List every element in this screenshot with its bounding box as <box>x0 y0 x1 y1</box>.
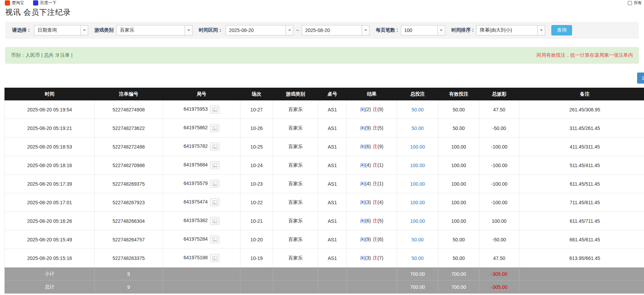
cell-round: 641975188 <box>163 249 240 267</box>
empty-cell <box>240 267 273 281</box>
all-bookmarks-button[interactable]: 所有 <box>628 0 642 6</box>
table-row: 2025-08-20 05:17:01 522748267923 6419754… <box>5 193 644 212</box>
round-result-image-button[interactable] <box>210 254 219 262</box>
bets-table: 时间注单编号局号场次游戏类别桌号结果总投注有效投注总派彩备注 2025-08-2… <box>4 88 644 294</box>
cell-valid-bet: 100.00 <box>438 175 479 193</box>
player-result-value: (2) <box>365 107 371 112</box>
player-result-label: 闲 <box>360 255 365 261</box>
player-result-value: (6) <box>365 218 371 223</box>
cell-game-type: 百家乐 <box>273 100 318 119</box>
cell-remark: 261.45/308.95 <box>519 100 644 119</box>
round-result-image-button[interactable] <box>210 180 219 188</box>
cell-total-bet: 100.00 <box>397 175 438 193</box>
empty-cell <box>318 267 347 281</box>
cell-remark: 613.95/661.45 <box>519 249 644 267</box>
page-size-select[interactable]: 100 <box>401 25 445 35</box>
cell-round: 641975382 <box>163 212 240 230</box>
cell-table-no: AS1 <box>318 156 347 175</box>
chevron-down-icon[interactable] <box>537 25 545 35</box>
sort-label: 时间排序 : <box>451 27 474 33</box>
total-bet-link[interactable]: 100.00 <box>410 181 425 187</box>
player-result-label: 闲 <box>360 237 365 242</box>
game-type-select[interactable]: 百家乐 <box>116 25 193 35</box>
total-bet-link[interactable]: 50.00 <box>412 125 424 131</box>
banker-result-value: (9) <box>377 107 383 112</box>
round-result-image-button[interactable] <box>210 161 219 169</box>
column-header: 局号 <box>163 88 240 100</box>
total-bet-link[interactable]: 50.00 <box>412 237 424 242</box>
cell-payout: -50.00 <box>479 119 519 138</box>
date-from-input[interactable]: 2025-08-20 <box>226 25 293 35</box>
game-type-value: 百家乐 <box>117 25 185 35</box>
subtotal-payout: -305.00 <box>479 267 519 281</box>
round-result-image-button[interactable] <box>210 124 219 132</box>
cell-session: 10-26 <box>240 119 273 138</box>
banker-result-value: (9) <box>377 144 383 149</box>
cell-table-no: AS1 <box>318 119 347 138</box>
cell-total-bet: 50.00 <box>397 230 438 249</box>
cell-game-type: 百家乐 <box>273 193 318 212</box>
image-icon <box>212 200 217 205</box>
cell-time: 2025-08-20 05:19:21 <box>5 119 95 138</box>
cell-valid-bet: 100.00 <box>438 193 479 212</box>
table-row: 2025-08-20 05:15:16 522748263375 6419751… <box>5 249 644 267</box>
banker-result-value: (5) <box>377 125 383 131</box>
cell-round: 641975474 <box>163 193 240 212</box>
total-bet-link[interactable]: 50.00 <box>412 255 424 261</box>
total-bet-link[interactable]: 100.00 <box>410 163 425 168</box>
cell-bet-id: 522748264757 <box>95 230 163 249</box>
cell-total-bet: 50.00 <box>397 100 438 119</box>
cell-result: 闲(6)庄(5) <box>347 212 397 230</box>
round-result-image-button[interactable] <box>210 143 219 151</box>
chevron-down-icon[interactable] <box>362 25 369 35</box>
search-button[interactable]: 查询 <box>551 25 572 35</box>
select-label: 请选择： <box>12 27 31 33</box>
cell-remark: 511.45/411.45 <box>519 156 644 175</box>
chevron-down-icon[interactable] <box>437 25 445 35</box>
column-header: 总派彩 <box>479 88 519 100</box>
subtotal-count: 9 <box>95 267 163 281</box>
bookmarks-folder-icon <box>628 1 632 5</box>
cell-bet-id: 522748274908 <box>95 100 163 119</box>
cell-payout: -100.00 <box>479 175 519 193</box>
page-button-1[interactable]: 1 <box>637 73 644 84</box>
cell-bet-id: 522748270988 <box>95 156 163 175</box>
player-result-label: 闲 <box>360 125 365 131</box>
column-header: 备注 <box>519 88 644 100</box>
query-type-select[interactable]: 日期查询 <box>34 25 88 35</box>
cell-total-bet: 100.00 <box>397 193 438 212</box>
cell-time: 2025-08-20 05:15:16 <box>5 249 95 267</box>
date-to-input[interactable]: 2025-08-20 <box>302 25 370 35</box>
total-bet-link[interactable]: 100.00 <box>410 144 425 150</box>
chevron-down-icon[interactable] <box>80 25 88 35</box>
cell-table-no: AS1 <box>318 175 347 193</box>
cell-remark: 611.45/511.45 <box>519 175 644 193</box>
chevron-down-icon[interactable] <box>185 25 192 35</box>
cell-remark: 411.45/311.45 <box>519 138 644 156</box>
sort-select[interactable]: 降幂(由大到小) <box>476 25 545 35</box>
all-bookmarks-label: 所有 <box>634 0 642 6</box>
player-result-label: 闲 <box>360 199 365 205</box>
total-bet-link[interactable]: 50.00 <box>412 107 424 112</box>
chevron-down-icon[interactable] <box>285 25 293 35</box>
banker-result-value: (7) <box>377 255 383 261</box>
cell-result: 闲(9)庄(5) <box>347 119 397 138</box>
total-total-bet: 700.00 <box>397 281 438 294</box>
cell-result: 闲(3)庄(4) <box>347 193 397 212</box>
round-result-image-button[interactable] <box>210 106 219 113</box>
round-result-image-button[interactable] <box>210 198 219 206</box>
total-bet-link[interactable]: 100.00 <box>410 200 425 205</box>
bookmark-baidu[interactable]: 百度一下 <box>33 0 56 6</box>
currency-summary-text: 币别：人民币 | 总共 :9 注单 | <box>11 52 72 58</box>
total-bet-link[interactable]: 100.00 <box>410 218 425 224</box>
bookmark-aitaobao[interactable]: 爱淘宝 <box>5 0 24 6</box>
bookmark-label: 百度一下 <box>40 0 56 6</box>
round-result-image-button[interactable] <box>210 236 219 243</box>
round-result-image-button[interactable] <box>210 217 219 225</box>
table-row: 2025-08-20 05:16:26 522748266304 6419753… <box>5 212 644 230</box>
cell-payout: -100.00 <box>479 138 519 156</box>
column-header: 总投注 <box>397 88 438 100</box>
summary-bar: 币别：人民币 | 总共 :9 注单 | 同局有效投注，统一计算在该局第一张注单内 <box>5 47 639 64</box>
cell-game-type: 百家乐 <box>273 156 318 175</box>
filter-bar: 请选择： 日期查询 游戏类别 百家乐 时间区间： 2025-08-20 ~ 20… <box>5 22 639 39</box>
